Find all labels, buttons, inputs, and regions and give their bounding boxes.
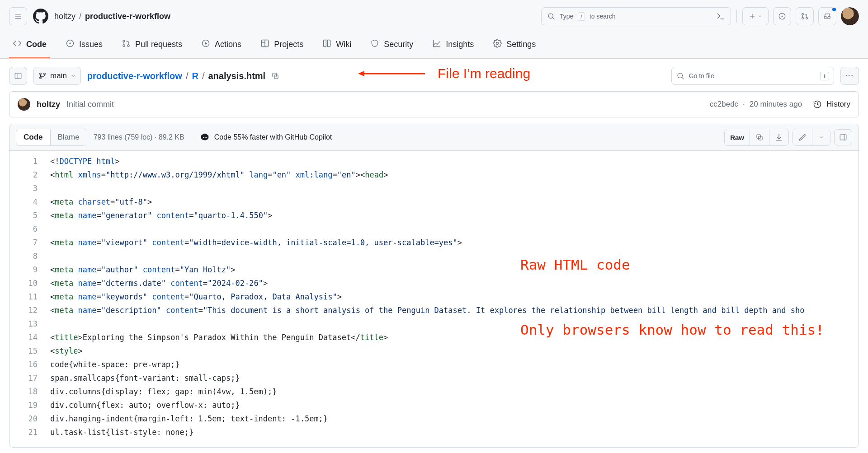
path-dir-link[interactable]: R bbox=[192, 71, 198, 81]
tab-security[interactable]: Security bbox=[367, 33, 417, 58]
edit-button[interactable] bbox=[793, 129, 812, 145]
file-navigation-bar: main productive-r-workflow / R / analysi… bbox=[0, 59, 868, 91]
notifications-button[interactable] bbox=[818, 7, 836, 25]
code-line[interactable]: div.columns{display: flex; gap: min(4vw,… bbox=[50, 385, 859, 398]
github-logo-icon[interactable] bbox=[32, 7, 50, 25]
line-number[interactable]: 19 bbox=[9, 398, 50, 412]
code-line[interactable]: <style> bbox=[50, 344, 859, 358]
view-blame-tab[interactable]: Blame bbox=[51, 129, 87, 145]
commit-author[interactable]: holtzy bbox=[37, 100, 60, 109]
line-number[interactable]: 5 bbox=[9, 209, 50, 222]
notification-dot-icon bbox=[831, 7, 837, 12]
line-number[interactable]: 11 bbox=[9, 290, 50, 304]
copilot-banner[interactable]: Code 55% faster with GitHub Copilot bbox=[200, 132, 332, 142]
path-file: analysis.html bbox=[208, 71, 265, 81]
svg-point-14 bbox=[69, 42, 71, 44]
code-line[interactable]: <meta name="viewport" content="width=dev… bbox=[50, 236, 859, 249]
line-number[interactable]: 17 bbox=[9, 371, 50, 385]
line-number[interactable]: 20 bbox=[9, 412, 50, 425]
go-to-file-input[interactable]: Go to file t bbox=[671, 67, 834, 85]
latest-commit-bar: holtzy Initial commit cc2bedc · 20 minut… bbox=[9, 91, 859, 117]
history-link[interactable]: History bbox=[826, 100, 850, 109]
line-number[interactable]: 2 bbox=[9, 168, 50, 182]
commit-dot: · bbox=[743, 100, 745, 109]
line-number[interactable]: 16 bbox=[9, 358, 50, 371]
line-number[interactable]: 10 bbox=[9, 276, 50, 290]
line-number[interactable]: 13 bbox=[9, 317, 50, 331]
tab-issues[interactable]: Issues bbox=[62, 33, 106, 58]
code-line[interactable]: <title>Exploring the Simpson's Paradox W… bbox=[50, 331, 859, 344]
line-number[interactable]: 15 bbox=[9, 344, 50, 358]
branch-select[interactable]: main bbox=[33, 67, 81, 85]
create-new-button[interactable] bbox=[742, 7, 769, 25]
download-button[interactable] bbox=[769, 129, 788, 145]
symbols-button[interactable] bbox=[834, 129, 852, 145]
more-options-button[interactable]: ··· bbox=[840, 67, 859, 85]
code-line[interactable]: <meta charset="utf-8"> bbox=[50, 195, 859, 209]
annotation-top-text: File I’m reading bbox=[438, 66, 530, 81]
code-line[interactable]: <html xmlns="http://www.w3.org/1999/xhtm… bbox=[50, 168, 859, 182]
tab-settings[interactable]: Settings bbox=[489, 33, 539, 58]
code-line[interactable]: <meta name="description" content="This d… bbox=[50, 304, 859, 317]
view-code-tab[interactable]: Code bbox=[16, 129, 51, 145]
code-line[interactable] bbox=[50, 317, 859, 331]
annotation-arrow-top: File I’m reading bbox=[357, 66, 530, 81]
line-number[interactable]: 21 bbox=[9, 425, 50, 439]
code-line[interactable]: <meta name="generator" content="quarto-1… bbox=[50, 209, 859, 222]
line-number[interactable]: 8 bbox=[9, 249, 50, 263]
hamburger-button[interactable] bbox=[9, 7, 27, 25]
repo-link[interactable]: productive-r-workflow bbox=[85, 12, 170, 21]
line-number[interactable]: 1 bbox=[9, 154, 50, 168]
path-root-link[interactable]: productive-r-workflow bbox=[87, 71, 182, 81]
line-number[interactable]: 12 bbox=[9, 304, 50, 317]
side-panel-toggle[interactable] bbox=[9, 67, 27, 85]
history-icon[interactable] bbox=[813, 100, 822, 109]
code-line[interactable]: code{white-space: pre-wrap;} bbox=[50, 358, 859, 371]
line-number[interactable]: 4 bbox=[9, 195, 50, 209]
code-line[interactable] bbox=[50, 182, 859, 195]
user-avatar[interactable] bbox=[841, 7, 859, 25]
tab-actions[interactable]: Actions bbox=[198, 33, 245, 58]
commit-message[interactable]: Initial commit bbox=[66, 100, 114, 109]
code-line[interactable]: div.column{flex: auto; overflow-x: auto;… bbox=[50, 398, 859, 412]
line-number[interactable]: 18 bbox=[9, 385, 50, 398]
tab-projects[interactable]: Projects bbox=[257, 33, 307, 58]
pulls-shortcut-button[interactable] bbox=[796, 7, 814, 25]
code-line[interactable] bbox=[50, 222, 859, 236]
code-line[interactable]: ul.task-list{list-style: none;} bbox=[50, 425, 859, 439]
code-area[interactable]: 1<!DOCTYPE html>2<html xmlns="http://www… bbox=[9, 151, 859, 447]
tab-insights-label: Insights bbox=[446, 40, 474, 49]
tab-code[interactable]: Code bbox=[9, 33, 50, 58]
code-line[interactable]: <meta name="dcterms.date" content="2024-… bbox=[50, 276, 859, 290]
line-number[interactable]: 9 bbox=[9, 263, 50, 276]
tab-insights[interactable]: Insights bbox=[429, 33, 477, 58]
svg-line-36 bbox=[682, 77, 683, 79]
code-line[interactable]: <meta name="keywords" content="Quarto, P… bbox=[50, 290, 859, 304]
svg-rect-40 bbox=[840, 135, 846, 140]
global-search-input[interactable]: Type / to search bbox=[541, 7, 731, 25]
line-number[interactable]: 14 bbox=[9, 331, 50, 344]
raw-button[interactable]: Raw bbox=[725, 129, 750, 145]
commit-sha[interactable]: cc2bedc bbox=[710, 100, 738, 109]
code-line[interactable]: div.hanging-indent{margin-left: 1.5em; t… bbox=[50, 412, 859, 425]
commit-author-avatar[interactable] bbox=[18, 98, 30, 111]
line-number[interactable]: 6 bbox=[9, 222, 50, 236]
copy-path-button[interactable] bbox=[269, 70, 282, 82]
tab-actions-label: Actions bbox=[215, 40, 241, 49]
line-number[interactable]: 3 bbox=[9, 182, 50, 195]
code-line[interactable] bbox=[50, 249, 859, 263]
issues-shortcut-button[interactable] bbox=[773, 7, 791, 25]
code-line[interactable]: span.smallcaps{font-variant: small-caps;… bbox=[50, 371, 859, 385]
svg-point-9 bbox=[782, 16, 783, 17]
copy-raw-button[interactable] bbox=[750, 129, 769, 145]
line-number[interactable]: 7 bbox=[9, 236, 50, 249]
tab-projects-label: Projects bbox=[274, 40, 303, 49]
edit-menu-button[interactable] bbox=[812, 129, 830, 145]
code-line[interactable]: <!DOCTYPE html> bbox=[50, 154, 859, 168]
tab-wiki[interactable]: Wiki bbox=[319, 33, 355, 58]
pencil-icon bbox=[798, 133, 807, 141]
tab-pull-requests[interactable]: Pull requests bbox=[118, 33, 186, 58]
command-palette-icon[interactable] bbox=[716, 12, 725, 21]
owner-link[interactable]: holtzy bbox=[54, 12, 75, 21]
code-line[interactable]: <meta name="author" content="Yan Holtz"> bbox=[50, 263, 859, 276]
